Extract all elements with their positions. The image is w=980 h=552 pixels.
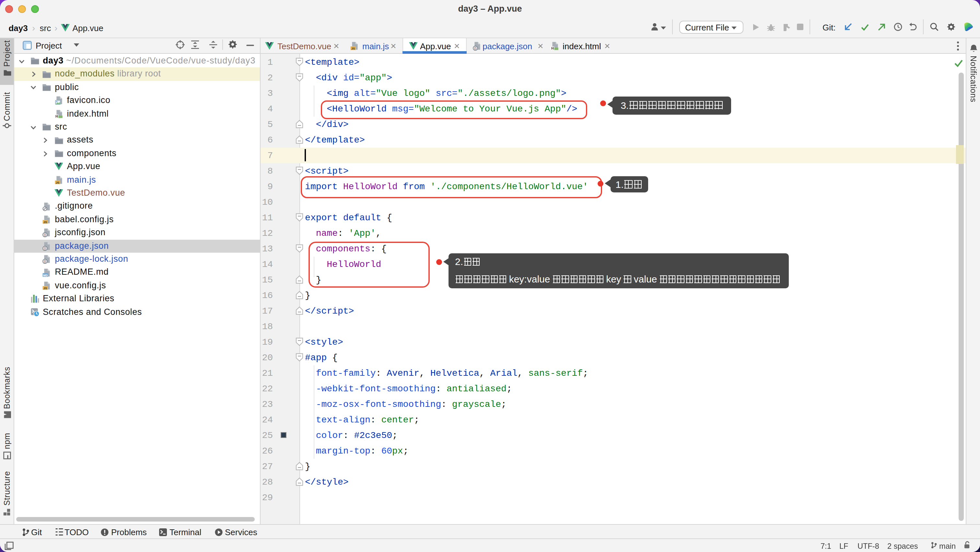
svg-text:JS: JS	[351, 47, 355, 50]
svg-text:JS: JS	[43, 287, 47, 290]
svg-text:MD: MD	[43, 273, 48, 277]
svg-text:H: H	[55, 114, 58, 118]
svg-text:{}: {}	[44, 233, 46, 237]
svg-text:JS: JS	[43, 220, 47, 224]
svg-text:{}: {}	[474, 46, 476, 50]
svg-text:H: H	[551, 46, 554, 50]
svg-text:JS: JS	[56, 181, 59, 184]
svg-text:{}: {}	[44, 246, 46, 250]
svg-text:{}: {}	[44, 260, 46, 263]
